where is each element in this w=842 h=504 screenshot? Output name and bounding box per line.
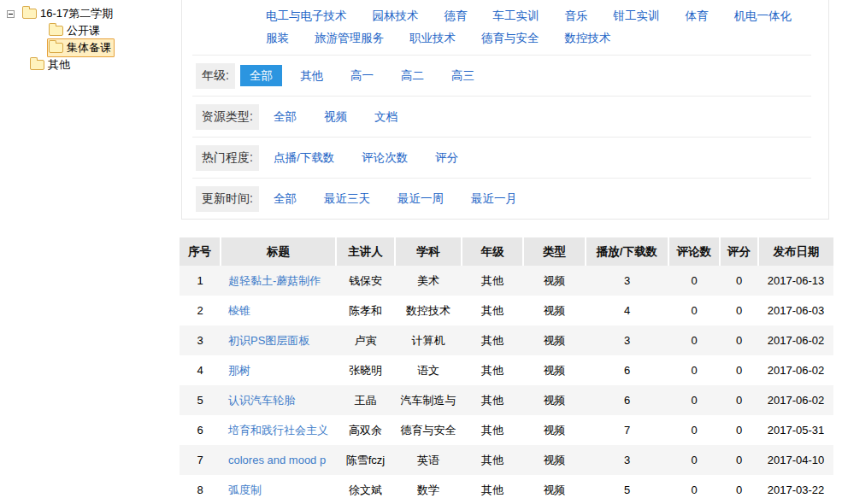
- tree-item[interactable]: 16-17第二学期: [7, 5, 180, 22]
- table-cell: 其他: [462, 296, 523, 325]
- resource-title-link[interactable]: colores and mood p: [228, 454, 326, 466]
- table-row: 2棱锥陈孝和数控技术其他视频4002017-06-03: [180, 296, 833, 325]
- title-cell: 弧度制: [221, 475, 336, 504]
- table-cell: 美术: [395, 266, 462, 296]
- subject-row: 服装旅游管理服务职业技术德育与安全数控技术: [182, 27, 828, 50]
- subject-link[interactable]: 数控技术: [565, 32, 611, 44]
- filter-row: 更新时间:全部最近三天最近一周最近一月: [182, 179, 828, 219]
- subject-link[interactable]: 机电一体化: [734, 9, 792, 22]
- subject-link[interactable]: 德育: [445, 9, 468, 22]
- table-cell: 徐文斌: [336, 475, 395, 504]
- tree-item[interactable]: 其他: [7, 56, 180, 73]
- table-cell: 4: [180, 355, 221, 385]
- table-cell: 陈雪fczj: [336, 445, 395, 475]
- filter-option[interactable]: 最近一月: [462, 188, 527, 209]
- filter-option[interactable]: 评分: [426, 147, 468, 168]
- table-cell: 其他: [462, 325, 523, 355]
- table-cell: 0: [720, 266, 758, 296]
- subject-link[interactable]: 旅游管理服务: [315, 32, 384, 44]
- table-cell: 4: [586, 296, 668, 325]
- column-header: 播放/下载数: [586, 237, 668, 266]
- table-cell: 0: [668, 266, 720, 296]
- subject-link[interactable]: 德育与安全: [481, 32, 539, 44]
- table-cell: 7: [586, 415, 668, 445]
- table-cell: 张晓明: [336, 355, 395, 385]
- table-cell: 高双余: [336, 415, 395, 445]
- table-cell: 其他: [462, 475, 523, 504]
- filter-option[interactable]: 点播/下载数: [264, 147, 344, 168]
- subject-link[interactable]: 服装: [266, 32, 289, 44]
- filter-option[interactable]: 高二: [392, 65, 433, 86]
- column-header: 发布日期: [758, 237, 833, 266]
- resource-title-link[interactable]: 超轻黏土-蘑菇制作: [228, 274, 321, 287]
- resource-title-link[interactable]: 培育和践行社会主义: [228, 424, 328, 437]
- table-cell: 8: [180, 475, 221, 504]
- resource-title-link[interactable]: 那树: [228, 364, 250, 377]
- table-cell: 3: [586, 445, 668, 475]
- filter-options: 全部视频文档: [264, 109, 415, 125]
- table-cell: 其他: [462, 266, 523, 296]
- subject-link[interactable]: 体育: [686, 9, 709, 22]
- filter-option[interactable]: 最近一周: [388, 188, 453, 209]
- filter-option[interactable]: 全部: [264, 188, 306, 209]
- table-head: 序号标题主讲人学科年级类型播放/下载数评论数评分发布日期: [180, 237, 833, 266]
- table-cell: 6: [586, 385, 668, 415]
- resource-title-link[interactable]: 棱锥: [228, 304, 250, 317]
- subject-link[interactable]: 电工与电子技术: [266, 9, 347, 22]
- filter-option[interactable]: 文档: [365, 106, 407, 127]
- subject-link[interactable]: 钳工实训: [614, 9, 660, 22]
- table-row: 5认识汽车轮胎王晶汽车制造与其他视频6002017-06-02: [180, 385, 833, 415]
- filter-option[interactable]: 最近三天: [315, 188, 380, 209]
- column-header: 类型: [523, 237, 586, 266]
- table-cell: 2017-04-10: [758, 445, 833, 475]
- table-cell: 英语: [395, 445, 462, 475]
- filter-option[interactable]: 高一: [341, 65, 383, 86]
- table-cell: 视频: [523, 415, 586, 445]
- table-cell: 0: [720, 325, 758, 355]
- column-header: 标题: [221, 237, 336, 266]
- filter-options: 点播/下载数评论次数评分: [264, 150, 476, 166]
- filter-option[interactable]: 全部: [264, 106, 306, 127]
- column-header: 主讲人: [336, 237, 395, 266]
- filter-option[interactable]: 视频: [315, 106, 356, 127]
- resource-title-link[interactable]: 初识PS图层面板: [228, 334, 309, 347]
- table-cell: 0: [720, 445, 758, 475]
- collapse-icon[interactable]: [7, 10, 15, 18]
- tree-item[interactable]: 集体备课: [7, 39, 180, 56]
- tree-node-selected[interactable]: 集体备课: [47, 38, 115, 57]
- filter-row: 热门程度:点播/下载数评论次数评分: [182, 138, 828, 178]
- filter-option[interactable]: 高三: [442, 65, 484, 86]
- table-cell: 钱保安: [336, 266, 395, 296]
- table-cell: 0: [668, 325, 720, 355]
- filter-option[interactable]: 评论次数: [352, 147, 417, 168]
- tree-node[interactable]: 公开课: [47, 21, 103, 40]
- column-header: 序号: [180, 237, 221, 266]
- table-cell: 王晶: [336, 385, 395, 415]
- table-cell: 3: [180, 325, 221, 355]
- subject-link[interactable]: 音乐: [565, 9, 588, 22]
- table-cell: 7: [180, 445, 221, 475]
- column-header: 学科: [395, 237, 462, 266]
- filter-option-selected[interactable]: 全部: [240, 65, 282, 86]
- filter-row: 资源类型:全部视频文档: [182, 97, 828, 137]
- title-cell: 那树: [221, 355, 336, 385]
- tree-node[interactable]: 其他: [28, 56, 74, 74]
- table-row: 3初识PS图层面板卢寅计算机其他视频3002017-06-02: [180, 325, 833, 355]
- column-header: 年级: [462, 237, 523, 266]
- resource-title-link[interactable]: 弧度制: [228, 483, 262, 496]
- table-row: 6培育和践行社会主义高双余德育与安全其他视频7002017-05-31: [180, 415, 833, 445]
- title-cell: 超轻黏土-蘑菇制作: [221, 266, 336, 296]
- subject-link[interactable]: 车工实训: [493, 9, 539, 22]
- filter-option[interactable]: 其他: [291, 65, 333, 86]
- subject-link[interactable]: 职业技术: [409, 32, 456, 44]
- tree-node[interactable]: 16-17第二学期: [21, 4, 116, 23]
- folder-tree: 16-17第二学期公开课集体备课其他: [0, 0, 180, 73]
- table-cell: 2017-06-03: [758, 296, 833, 325]
- table-cell: 0: [668, 415, 720, 445]
- tree-item[interactable]: 公开课: [7, 22, 180, 39]
- resource-title-link[interactable]: 认识汽车轮胎: [228, 394, 295, 407]
- tree-item-label: 16-17第二学期: [40, 6, 113, 21]
- table-cell: 视频: [523, 475, 586, 504]
- subject-link[interactable]: 园林技术: [373, 9, 419, 22]
- table-cell: 0: [720, 385, 758, 415]
